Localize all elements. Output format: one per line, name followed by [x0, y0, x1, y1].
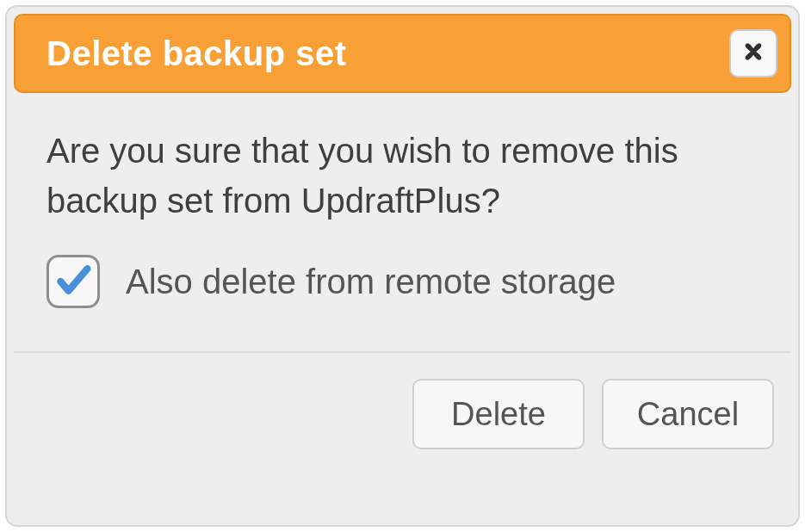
close-icon	[740, 39, 766, 68]
confirm-message: Are you sure that you wish to remove thi…	[46, 126, 764, 226]
cancel-button[interactable]: Cancel	[602, 379, 774, 449]
remote-storage-option: Also delete from remote storage	[46, 255, 764, 308]
close-button[interactable]	[729, 29, 777, 77]
delete-backup-dialog: Delete backup set Are you sure that you …	[5, 5, 800, 527]
checkmark-icon	[54, 261, 92, 302]
delete-button[interactable]: Delete	[412, 379, 585, 449]
dialog-titlebar: Delete backup set	[14, 14, 791, 93]
remote-storage-label[interactable]: Also delete from remote storage	[126, 263, 616, 301]
remote-storage-checkbox[interactable]	[46, 255, 100, 308]
dialog-button-bar: Delete Cancel	[7, 353, 798, 449]
dialog-title: Delete backup set	[46, 34, 347, 73]
dialog-body: Are you sure that you wish to remove thi…	[7, 100, 798, 351]
